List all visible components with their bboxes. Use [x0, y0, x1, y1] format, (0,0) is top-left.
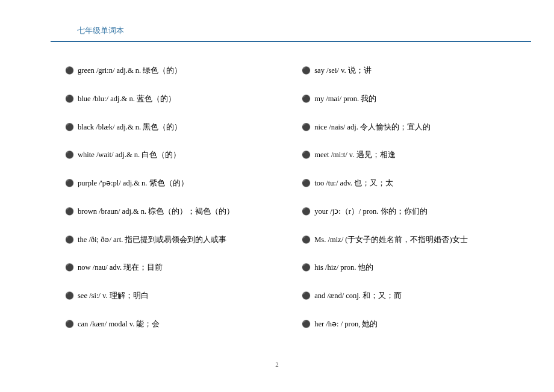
bullet-icon: ⚫ — [65, 149, 74, 160]
bullet-icon: ⚫ — [65, 319, 74, 329]
bullet-icon: ⚫ — [302, 319, 311, 329]
bullet-icon: ⚫ — [302, 122, 311, 132]
vocab-entry: ⚫white /wait/ adj.& n. 白色（的） — [65, 149, 276, 161]
page-number: 2 — [275, 361, 279, 368]
entry-text: the /ði; ðə/ art. 指已提到或易领会到的人或事 — [78, 234, 276, 246]
bullet-icon: ⚫ — [65, 206, 74, 217]
bullet-icon: ⚫ — [65, 122, 74, 132]
bullet-icon: ⚫ — [65, 262, 74, 273]
vocab-entry: ⚫meet /mi:t/ v. 遇见；相逢 — [302, 149, 524, 161]
vocab-entry: ⚫Ms. /miz/ (于女子的姓名前，不指明婚否)女士 — [302, 234, 524, 246]
bullet-icon: ⚫ — [302, 206, 311, 217]
bullet-icon: ⚫ — [302, 93, 311, 104]
entry-text: Ms. /miz/ (于女子的姓名前，不指明婚否)女士 — [314, 234, 524, 246]
bullet-icon: ⚫ — [65, 93, 74, 104]
vocab-entry: ⚫see /si:/ v. 理解；明白 — [65, 290, 276, 302]
vocab-entry: ⚫now /nau/ adv. 现在；目前 — [65, 262, 276, 273]
vocab-entry: ⚫say /sei/ v. 说；讲 — [302, 65, 524, 76]
entry-text: nice /nais/ adj. 令人愉快的；宜人的 — [314, 122, 524, 133]
vocab-entry: ⚫my /mai/ pron. 我的 — [302, 93, 524, 105]
vocab-entry: ⚫purple /'pə:pl/ adj.& n. 紫色（的） — [65, 178, 276, 189]
entry-text: see /si:/ v. 理解；明白 — [78, 290, 276, 302]
bullet-icon: ⚫ — [302, 290, 311, 301]
entry-text: blue /blu:/ adj.& n. 蓝色（的） — [78, 93, 276, 105]
vocab-entry: ⚫your /jɔ:（r）/ pron. 你的；你们的 — [302, 206, 524, 217]
left-column: ⚫green /gri:n/ adj.& n. 绿色（的） ⚫blue /blu… — [65, 65, 276, 330]
header-rule — [51, 41, 531, 42]
header-title: 七年级单词本 — [77, 25, 531, 36]
vocab-entry: ⚫and /ænd/ conj. 和；又；而 — [302, 290, 524, 302]
vocab-entry: ⚫brown /braun/ adj.& n. 棕色（的）；褐色（的） — [65, 206, 276, 217]
entry-text: my /mai/ pron. 我的 — [314, 93, 524, 105]
vocab-entry: ⚫her /hə: / pron, 她的 — [302, 319, 524, 330]
bullet-icon: ⚫ — [302, 262, 311, 273]
vocab-entry: ⚫his /hiz/ pron. 他的 — [302, 262, 524, 273]
entry-text: her /hə: / pron, 她的 — [314, 319, 524, 330]
bullet-icon: ⚫ — [302, 234, 311, 245]
vocab-entry: ⚫the /ði; ðə/ art. 指已提到或易领会到的人或事 — [65, 234, 276, 246]
entry-text: too /tu:/ adv. 也；又；太 — [314, 178, 524, 189]
entry-text: say /sei/ v. 说；讲 — [314, 65, 524, 76]
vocabulary-content: ⚫green /gri:n/ adj.& n. 绿色（的） ⚫blue /blu… — [65, 65, 524, 330]
vocab-entry: ⚫can /kæn/ modal v. 能；会 — [65, 319, 276, 330]
entry-text: green /gri:n/ adj.& n. 绿色（的） — [78, 65, 276, 76]
bullet-icon: ⚫ — [65, 234, 74, 245]
bullet-icon: ⚫ — [302, 178, 311, 188]
entry-text: brown /braun/ adj.& n. 棕色（的）；褐色（的） — [78, 206, 276, 217]
bullet-icon: ⚫ — [65, 65, 74, 76]
bullet-icon: ⚫ — [65, 290, 74, 301]
entry-text: now /nau/ adv. 现在；目前 — [78, 262, 276, 273]
entry-text: white /wait/ adj.& n. 白色（的） — [78, 149, 276, 161]
bullet-icon: ⚫ — [302, 149, 311, 160]
right-column: ⚫say /sei/ v. 说；讲 ⚫my /mai/ pron. 我的 ⚫ni… — [302, 65, 524, 330]
vocab-entry: ⚫green /gri:n/ adj.& n. 绿色（的） — [65, 65, 276, 76]
vocab-entry: ⚫too /tu:/ adv. 也；又；太 — [302, 178, 524, 189]
entry-text: your /jɔ:（r）/ pron. 你的；你们的 — [314, 206, 524, 217]
entry-text: black /blæk/ adj.& n. 黑色（的） — [78, 122, 276, 133]
vocab-entry: ⚫nice /nais/ adj. 令人愉快的；宜人的 — [302, 122, 524, 133]
vocab-entry: ⚫blue /blu:/ adj.& n. 蓝色（的） — [65, 93, 276, 105]
entry-text: his /hiz/ pron. 他的 — [314, 262, 524, 273]
entry-text: and /ænd/ conj. 和；又；而 — [314, 290, 524, 302]
entry-text: meet /mi:t/ v. 遇见；相逢 — [314, 149, 524, 161]
entry-text: can /kæn/ modal v. 能；会 — [78, 319, 276, 330]
bullet-icon: ⚫ — [302, 65, 311, 76]
entry-text: purple /'pə:pl/ adj.& n. 紫色（的） — [78, 178, 276, 189]
bullet-icon: ⚫ — [65, 178, 74, 188]
page-header: 七年级单词本 — [51, 25, 531, 42]
vocab-entry: ⚫black /blæk/ adj.& n. 黑色（的） — [65, 122, 276, 133]
